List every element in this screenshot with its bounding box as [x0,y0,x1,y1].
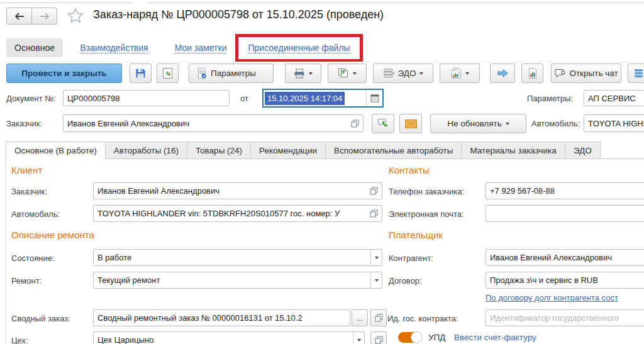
repair-state-label: Состояние: [11,253,54,263]
payer-contract-label: Договор: [389,276,422,286]
customer-row-field[interactable]: Иванов Евгений Александрович [63,114,364,132]
car-row-label: Автомобиль: [531,119,580,128]
open-record-icon[interactable] [351,119,359,128]
open-chat-button-label: Открыть чат [569,69,618,78]
no-update-button[interactable]: Не обновлять [430,114,526,133]
tab-goods[interactable]: Товары (24) [187,141,251,159]
save-button[interactable] [130,64,152,83]
repair-state-value: В работе [97,253,367,262]
tab-main-in-progress[interactable]: Основное (В работе) [6,141,106,159]
nav-item-interactions[interactable]: Взаимодействия [80,43,148,53]
client-customer-field[interactable]: Иванов Евгений Александрович [93,182,382,199]
gov-contract-field[interactable]: Идентификатор государственного [486,309,644,326]
history-nav-group [6,8,57,25]
summary-order-ellipsis-button[interactable]: ... [352,309,368,326]
nav-item-main[interactable]: Основное [6,38,63,57]
reports-dropdown-arrow-icon [465,72,469,77]
calendar-picker-button[interactable] [366,90,382,106]
repair-combo-arrow-cell[interactable] [370,272,382,288]
nav-item-attached-files[interactable]: Присоединенные файлы [248,43,350,53]
favorite-star-icon[interactable] [67,7,84,25]
contacts-phone-field[interactable]: +7 929 567-08-88 [486,182,644,199]
edo-button[interactable]: ЭДО [373,64,433,83]
call-customer-button[interactable] [372,114,394,133]
stacked-list-icon [634,69,643,78]
print-button[interactable] [285,64,321,83]
envelope-icon [405,119,417,128]
summary-order-field[interactable]: Сводный ремонтный заказ № 00000016131 от… [93,309,350,326]
tabstrip: Основное (В работе) Автоработы (16) Това… [6,141,644,159]
contacts-email-field[interactable] [486,205,644,222]
parameters-button[interactable]: Параметры [189,64,274,83]
document-number-label: Документ №: [6,94,56,103]
open-record-icon [375,314,383,322]
payer-contract-field[interactable]: Продажа з\ч и сервис в RUB [486,272,644,289]
post-and-close-button[interactable]: Провести и закрыть [6,64,122,83]
client-car-field[interactable]: TOYOTA HIGHLANDER vin: 5TDBKRFH20S010577… [93,205,382,222]
gov-contract-label: Ид. гос. контракта: [387,314,458,323]
tab-edo[interactable]: ЭДО [565,141,601,159]
calendar-icon [370,94,379,103]
upd-toggle[interactable] [398,332,422,343]
create-based-on-button[interactable] [328,64,367,83]
tab-autoworks[interactable]: Автоработы (16) [105,141,187,159]
forward-action-button[interactable] [490,64,515,83]
payer-contractor-field[interactable]: Иванов Евгений Александрович [486,249,644,266]
gov-contract-placeholder: Идентификатор государственного [490,313,644,323]
payer-contractor-label: Контрагент: [389,253,433,263]
post-document-icon [162,68,173,79]
enter-invoice-link[interactable]: Ввести счет-фактуру [454,333,536,342]
report-doc-icon [451,68,462,79]
date-from-label: от [240,94,248,103]
forward-arrow-icon [40,13,50,20]
dropdown-arrow-icon [375,257,379,261]
shop-open-button[interactable] [370,331,387,344]
document-number-field[interactable]: ЦР000005798 [63,90,230,106]
repair-state-combo[interactable]: В работе [93,249,382,266]
nav-links-row: Основное Взаимодействия Мои заметки Прис… [6,35,363,60]
bar-chart-icon [528,68,538,79]
open-chat-button[interactable]: Открыть чат [551,64,621,83]
contacts-section-title: Контакты [389,165,430,175]
car-row-field[interactable]: TOYOTA HIGHLANDER [584,114,644,132]
document-date-value: 15.10.2025 14:17:04 [265,92,345,105]
post-document-button[interactable] [157,64,179,83]
more-list-button[interactable] [628,64,644,83]
shop-combo[interactable]: Цех Царицыно [93,331,365,344]
upd-toggle-knob [411,331,423,343]
chart-report-button[interactable] [521,64,543,83]
document-date-field[interactable]: 15.10.2025 14:17:04 [262,89,384,108]
client-customer-value: Иванов Евгений Александрович [97,186,367,196]
back-button[interactable] [6,8,32,25]
shop-combo-arrow-cell[interactable] [353,332,364,344]
state-combo-arrow-cell[interactable] [370,250,382,265]
no-update-dropdown-arrow-icon [506,123,509,127]
car-row-value: TOYOTA HIGHLANDER [588,119,644,128]
window-top-divider [0,3,644,3]
payer-section-title: Плательщик [389,230,443,240]
repair-kind-combo[interactable]: Текущий ремонт [93,272,382,289]
blue-arrow-right-icon [497,69,509,78]
email-customer-button[interactable] [399,114,422,133]
client-customer-label: Заказчик: [11,187,47,196]
contract-debt-link[interactable]: По договору долг контрагента сост [486,293,644,302]
open-record-icon[interactable] [370,209,378,218]
parameters-field[interactable]: АП СЕРВИС [584,90,644,106]
forward-button[interactable] [31,8,57,25]
client-car-label: Автомобиль: [11,209,60,219]
reports-button[interactable] [440,64,480,83]
tab-customer-materials[interactable]: Материалы заказчика [461,141,565,159]
tab-auxiliary-autoworks[interactable]: Вспомогательные автоработы [325,141,462,159]
no-update-button-label: Не обновлять [447,119,501,128]
tab-recommendations[interactable]: Рекомендации [250,141,326,159]
summary-order-open-button[interactable] [370,309,387,326]
annotation-red-box: Присоединенные файлы [235,34,362,62]
nav-item-notes[interactable]: Мои заметки [175,43,227,53]
back-arrow-icon [14,13,25,20]
copy-create-icon [338,68,349,79]
nav-divider [0,62,644,62]
chat-icon [554,69,565,79]
parameters-button-label: Параметры [211,69,256,78]
open-record-icon[interactable] [370,187,378,195]
upd-label: УПД [428,333,445,342]
